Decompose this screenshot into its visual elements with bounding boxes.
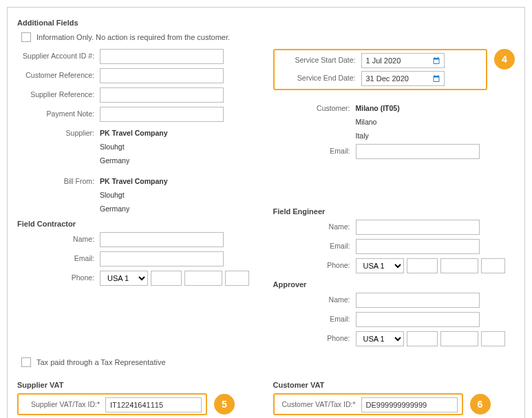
supplier-vat-label: Supplier VAT/Tax ID:* xyxy=(23,397,105,408)
callout-badge-5: 5 xyxy=(214,394,235,415)
supplier-name: PK Travel Company xyxy=(100,126,168,137)
approver-phone-seg1[interactable] xyxy=(407,331,438,346)
customer-country: Italy xyxy=(356,129,400,140)
approver-heading: Approver xyxy=(273,280,515,289)
label-supplier-reference: Supplier Reference: xyxy=(17,87,100,98)
approver-phone-seg3[interactable] xyxy=(481,331,505,346)
approver-email-input[interactable] xyxy=(356,312,480,327)
label-service-end: Service End Date: xyxy=(279,71,361,82)
engineer-phone-seg3[interactable] xyxy=(481,258,505,273)
label-customer-reference: Customer Reference: xyxy=(17,68,100,79)
approver-phone-seg2[interactable] xyxy=(440,331,478,346)
supplier-vat-heading: Supplier VAT xyxy=(17,381,259,389)
label-bill-from: Bill From: xyxy=(17,174,100,185)
approver-name-label: Name: xyxy=(273,293,356,304)
approver-email-label: Email: xyxy=(273,312,356,323)
approver-phone-country-select[interactable]: USA 1 xyxy=(356,331,404,346)
contractor-phone-seg2[interactable] xyxy=(184,271,222,286)
bill-from-name: PK Travel Company xyxy=(100,174,168,185)
field-contractor-heading: Field Contractor xyxy=(17,220,259,228)
supplier-vat-input[interactable] xyxy=(105,397,202,412)
contractor-name-input[interactable] xyxy=(100,232,224,247)
bill-from-city: Slouhgt xyxy=(100,188,168,199)
calendar-icon[interactable] xyxy=(431,73,442,84)
engineer-phone-seg2[interactable] xyxy=(440,258,478,273)
contractor-email-label: Email: xyxy=(17,251,100,262)
engineer-email-label: Email: xyxy=(273,239,356,250)
label-supplier-account-id: Supplier Account ID #: xyxy=(17,49,100,60)
supplier-country: Germany xyxy=(100,154,168,165)
info-only-checkbox[interactable] xyxy=(21,32,31,42)
approver-name-input[interactable] xyxy=(356,293,480,308)
customer-email-label: Email: xyxy=(273,144,356,155)
label-customer: Customer: xyxy=(273,101,356,112)
callout-badge-4: 4 xyxy=(494,49,515,70)
tax-rep-label: Tax paid through a Tax Representative xyxy=(36,358,166,366)
customer-reference-input[interactable] xyxy=(100,68,224,83)
service-start-input[interactable] xyxy=(362,54,431,67)
supplier-reference-input[interactable] xyxy=(100,87,224,103)
engineer-name-label: Name: xyxy=(273,220,356,231)
supplier-account-id-input[interactable] xyxy=(100,49,224,64)
customer-name: Milano (IT05) xyxy=(356,101,400,112)
callout-badge-6: 6 xyxy=(470,394,491,415)
customer-city: Milano xyxy=(356,115,400,126)
payment-note-input[interactable] xyxy=(100,107,224,122)
engineer-phone-country-select[interactable]: USA 1 xyxy=(356,258,404,273)
tax-rep-checkbox[interactable] xyxy=(21,357,31,367)
calendar-icon[interactable] xyxy=(431,55,442,66)
contractor-phone-seg3[interactable] xyxy=(225,271,249,286)
label-payment-note: Payment Note: xyxy=(17,107,100,118)
contractor-phone-country-select[interactable]: USA 1 xyxy=(100,271,148,286)
label-supplier: Supplier: xyxy=(17,126,100,137)
contractor-phone-label: Phone: xyxy=(17,271,100,282)
service-end-input[interactable] xyxy=(362,72,431,85)
customer-email-input[interactable] xyxy=(356,144,480,159)
info-only-label: Information Only. No action is required … xyxy=(36,33,230,41)
customer-vat-heading: Customer VAT xyxy=(273,381,515,389)
customer-vat-label: Customer VAT/Tax ID:* xyxy=(279,397,361,408)
label-service-start: Service Start Date: xyxy=(279,53,361,64)
contractor-email-input[interactable] xyxy=(100,251,224,267)
field-engineer-heading: Field Engineer xyxy=(273,207,515,216)
approver-phone-label: Phone: xyxy=(273,331,356,342)
contractor-phone-seg1[interactable] xyxy=(151,271,182,286)
engineer-email-input[interactable] xyxy=(356,239,480,254)
customer-vat-input[interactable] xyxy=(361,397,458,412)
bill-from-country: Germany xyxy=(100,202,168,213)
section-title-additional-fields: Additional Fields xyxy=(17,19,515,27)
contractor-name-label: Name: xyxy=(17,232,100,243)
engineer-name-input[interactable] xyxy=(356,220,480,235)
supplier-city: Slouhgt xyxy=(100,140,168,151)
engineer-phone-seg1[interactable] xyxy=(407,258,438,273)
engineer-phone-label: Phone: xyxy=(273,258,356,269)
